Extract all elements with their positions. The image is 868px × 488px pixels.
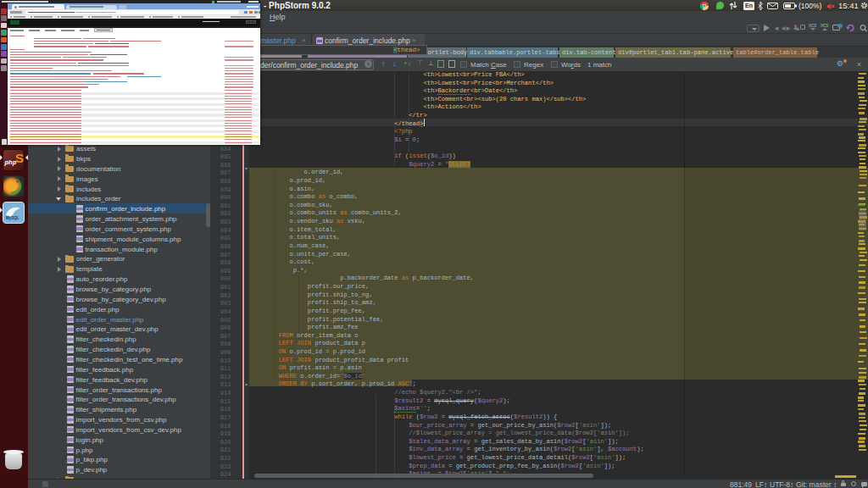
svg-text:MySQL: MySQL xyxy=(6,216,19,220)
